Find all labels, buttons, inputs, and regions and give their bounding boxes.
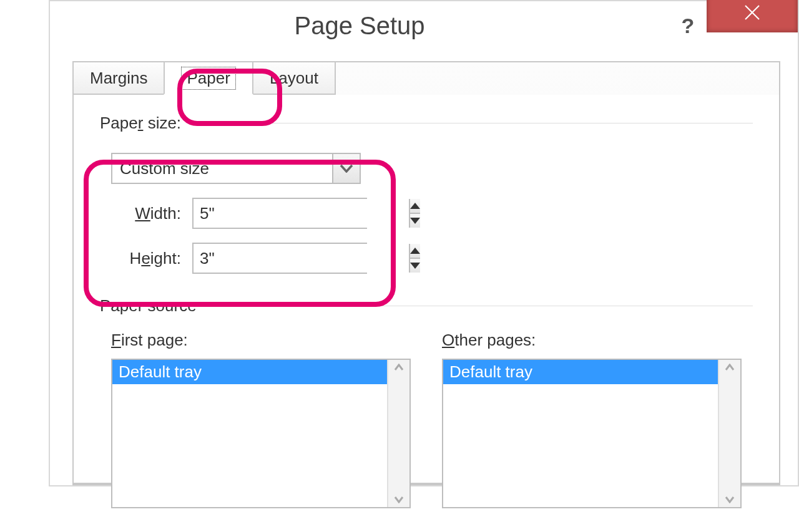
tab-layout[interactable]: Layout — [252, 61, 336, 95]
svg-marker-5 — [410, 263, 420, 269]
paper-size-block: Custom size Width: — [100, 148, 412, 285]
paper-size-dropdown[interactable]: Custom size — [111, 153, 361, 184]
height-spin-down[interactable] — [410, 258, 420, 273]
width-input[interactable] — [194, 199, 409, 228]
width-row: Width: — [111, 198, 401, 229]
height-row: Height: — [111, 243, 401, 274]
tab-paper-panel: Paper size: Custom size Width: — [72, 95, 780, 484]
first-page-items: Default tray — [112, 360, 387, 507]
first-page-listbox[interactable]: Default tray — [111, 359, 411, 508]
tab-strip: Margins Paper Layout — [72, 61, 778, 95]
other-pages-listbox[interactable]: Default tray — [442, 359, 742, 508]
width-spin-down[interactable] — [410, 213, 420, 228]
scroll-up-icon — [394, 364, 404, 371]
scroll-up-icon — [725, 364, 735, 371]
triangle-up-icon — [410, 248, 420, 254]
dialog-title: Page Setup — [50, 12, 669, 40]
help-icon: ? — [682, 14, 695, 38]
width-label: Width: — [111, 204, 181, 223]
scroll-down-icon — [394, 496, 404, 503]
height-spin-buttons — [409, 244, 420, 273]
close-button[interactable] — [707, 0, 798, 32]
tab-label: Paper — [181, 67, 235, 90]
triangle-up-icon — [410, 203, 420, 209]
dialog-content: Margins Paper Layout Paper size: — [50, 50, 798, 485]
list-item[interactable]: Default tray — [112, 360, 387, 384]
other-pages-scrollbar[interactable] — [718, 360, 740, 507]
width-spin-up[interactable] — [410, 199, 420, 213]
height-label: Height: — [111, 249, 181, 268]
first-page-label: First page: — [111, 331, 411, 350]
chevron-down-icon — [332, 154, 360, 183]
height-spin-up[interactable] — [410, 244, 420, 258]
tab-label: Layout — [270, 69, 318, 88]
paper-source-columns: First page: Default tray — [100, 331, 753, 508]
list-item[interactable]: Default tray — [443, 360, 718, 384]
height-spinner[interactable] — [192, 243, 367, 274]
first-page-scrollbar[interactable] — [387, 360, 409, 507]
scroll-down-icon — [725, 496, 735, 503]
other-pages-items: Default tray — [443, 360, 718, 507]
triangle-down-icon — [410, 218, 420, 224]
tab-label: Margins — [90, 69, 147, 88]
help-button[interactable]: ? — [669, 1, 707, 50]
triangle-down-icon — [410, 263, 420, 269]
close-icon — [743, 3, 762, 22]
svg-marker-3 — [410, 218, 420, 224]
tab-paper[interactable]: Paper — [164, 61, 253, 95]
svg-marker-4 — [410, 248, 420, 254]
tab-group: Margins Paper Layout Paper size: — [72, 61, 780, 485]
width-spin-buttons — [409, 199, 420, 228]
other-pages-label: Other pages: — [442, 331, 742, 350]
paper-size-selected: Custom size — [112, 154, 332, 183]
height-input[interactable] — [194, 244, 409, 273]
other-pages-column: Other pages: Default tray — [442, 331, 742, 508]
first-page-column: First page: Default tray — [111, 331, 411, 508]
titlebar: Page Setup ? — [50, 1, 798, 50]
paper-size-label: Paper size: — [100, 114, 753, 133]
width-spinner[interactable] — [192, 198, 367, 229]
svg-marker-2 — [410, 203, 420, 209]
paper-source-label: Paper source — [100, 296, 753, 316]
tab-margins[interactable]: Margins — [72, 61, 165, 95]
page-setup-dialog: Page Setup ? Margins Paper Layout — [49, 0, 799, 486]
